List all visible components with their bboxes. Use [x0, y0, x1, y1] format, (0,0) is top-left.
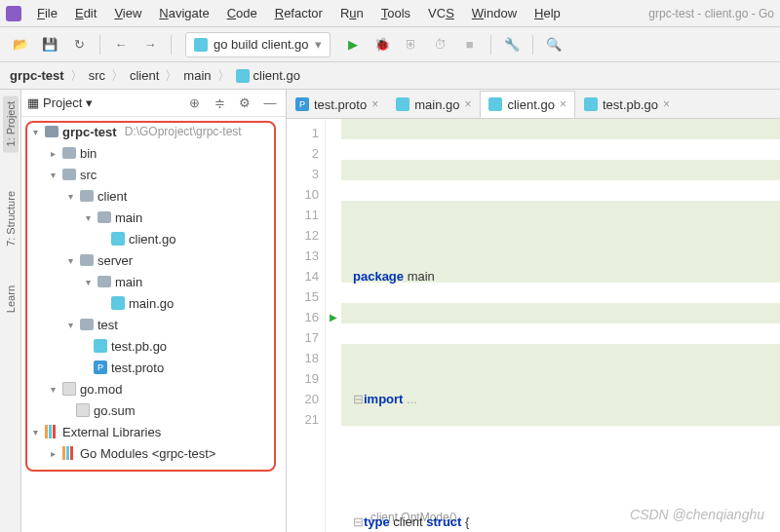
file-icon [76, 403, 90, 417]
tab-main-go[interactable]: main.go × [387, 91, 480, 118]
menu-refactor[interactable]: Refactor [267, 3, 331, 23]
editor: P test.proto × main.go × client.go × tes… [287, 90, 780, 532]
run-gutter: ▶ [326, 119, 341, 532]
tree-src[interactable]: ▾ src [23, 164, 284, 185]
chevron-down-icon[interactable]: ▾ [82, 212, 94, 223]
close-icon[interactable]: × [371, 97, 378, 111]
menu-view[interactable]: View [106, 3, 149, 23]
expand-icon[interactable]: ≑ [210, 94, 229, 113]
chevron-down-icon[interactable]: ▾ [64, 320, 76, 330]
tree-go-modules[interactable]: ▸ Go Modules <grpc-test> [23, 442, 284, 464]
debug-icon[interactable]: 🐞 [370, 32, 395, 57]
tree-bin[interactable]: ▸ bin [23, 142, 284, 164]
folder-icon [80, 190, 94, 202]
back-icon[interactable]: ← [108, 32, 134, 57]
close-icon[interactable]: × [663, 97, 670, 111]
project-view-selector[interactable]: ▦ Project ▾ [27, 95, 178, 110]
chevron-down-icon[interactable]: ▾ [82, 277, 94, 287]
menu-tools[interactable]: Tools [373, 3, 418, 23]
tree-ext-lib[interactable]: ▾ External Libraries [23, 421, 284, 442]
run-icon[interactable]: ▶ [340, 32, 366, 57]
library-icon [62, 446, 76, 460]
run-config-label: go build client.go [214, 37, 309, 52]
go-file-icon [111, 296, 125, 310]
menu-code[interactable]: Code [219, 3, 265, 23]
toolwin-project[interactable]: 1: Project [3, 95, 19, 152]
gear-icon[interactable]: ⚙ [235, 94, 254, 113]
tree-server[interactable]: ▾ server [23, 249, 284, 271]
folder-icon [80, 319, 94, 330]
tree-main-go[interactable]: main.go [23, 292, 284, 314]
menu-help[interactable]: Help [526, 3, 568, 23]
tree-client-main[interactable]: ▾ main [23, 207, 284, 228]
crumb-main[interactable]: main [183, 68, 211, 83]
chevron-right-icon: 〉 [163, 67, 179, 85]
tree-client-go[interactable]: client.go [23, 228, 284, 249]
tree-test-pb[interactable]: test.pb.go [23, 335, 284, 357]
menu-vcs[interactable]: VCS [420, 3, 462, 23]
chevron-down-icon[interactable]: ▾ [29, 127, 41, 137]
close-icon[interactable]: × [560, 97, 566, 111]
tree-gomod[interactable]: ▾ go.mod [23, 378, 284, 399]
chevron-right-icon[interactable]: ▸ [47, 448, 58, 459]
menu-run[interactable]: Run [332, 3, 371, 23]
chevron-down-icon[interactable]: ▾ [47, 384, 58, 395]
coverage-icon[interactable]: ⛨ [399, 32, 424, 57]
chevron-right-icon: 〉 [109, 67, 126, 85]
editor-tabs: P test.proto × main.go × client.go × tes… [287, 90, 780, 119]
tree-gosum[interactable]: go.sum [23, 399, 284, 421]
project-panel: ▦ Project ▾ ⊕ ≑ ⚙ — ▾ grpc-test D:\GOpro… [21, 90, 287, 532]
chevron-down-icon[interactable]: ▾ [47, 170, 58, 180]
proto-file-icon: P [295, 97, 309, 111]
crumb-root[interactable]: grpc-test [10, 68, 64, 83]
save-icon[interactable]: 💾 [37, 32, 62, 57]
file-icon [62, 382, 76, 396]
stop-icon[interactable]: ■ [457, 32, 483, 57]
tab-client-go[interactable]: client.go × [480, 91, 574, 118]
menu-edit[interactable]: Edit [67, 3, 104, 23]
refresh-icon[interactable]: ↻ [66, 32, 92, 57]
go-file-icon [236, 69, 250, 83]
folder-icon [62, 169, 76, 180]
search-icon[interactable]: 🔍 [541, 32, 566, 57]
tool-window-bar: 1: Project 7: Structure Learn [0, 90, 21, 532]
wrench-icon[interactable]: 🔧 [499, 32, 525, 57]
go-file-icon [94, 339, 107, 353]
profile-icon[interactable]: ⏱ [428, 32, 453, 57]
tree-test-proto[interactable]: P test.proto [23, 357, 284, 378]
tree-root[interactable]: ▾ grpc-test D:\GOproject\grpc-test [23, 121, 284, 142]
toolbar: 📂 💾 ↻ ← → go build client.go ▾ ▶ 🐞 ⛨ ⏱ ■… [0, 27, 780, 62]
tab-test-proto[interactable]: P test.proto × [287, 91, 387, 118]
menu-window[interactable]: Window [464, 3, 525, 23]
menu-file[interactable]: File [29, 3, 65, 23]
tab-test-pb-go[interactable]: test.pb.go × [575, 91, 679, 118]
code-area[interactable]: 123 101112 131415 161718 192021 ▶ packag… [287, 119, 780, 532]
crumb-src[interactable]: src [89, 68, 105, 83]
folder-icon [98, 276, 111, 287]
open-icon[interactable]: 📂 [8, 32, 33, 57]
forward-icon[interactable]: → [137, 32, 163, 57]
chevron-down-icon[interactable]: ▾ [64, 255, 76, 266]
crumb-file[interactable]: client.go [236, 68, 300, 83]
run-config-selector[interactable]: go build client.go ▾ [185, 32, 331, 57]
menu-navigate[interactable]: Navigate [151, 3, 216, 23]
tree-test[interactable]: ▾ test [23, 314, 284, 335]
folder-icon [98, 211, 111, 223]
toolwin-learn[interactable]: Learn [5, 285, 17, 313]
run-marker-icon[interactable]: ▶ [326, 307, 341, 327]
close-icon[interactable]: × [464, 97, 471, 111]
folder-icon [62, 147, 76, 159]
chevron-right-icon: 〉 [215, 67, 232, 85]
tree-client[interactable]: ▾ client [23, 185, 284, 207]
code-content[interactable]: package main ⊟import ... ⊟type client st… [341, 119, 780, 532]
chevron-right-icon[interactable]: ▸ [47, 148, 58, 159]
hide-icon[interactable]: — [260, 94, 280, 113]
toolwin-structure[interactable]: 7: Structure [5, 191, 17, 247]
target-icon[interactable]: ⊕ [184, 94, 204, 113]
chevron-down-icon[interactable]: ▾ [64, 191, 76, 202]
project-tree[interactable]: ▾ grpc-test D:\GOproject\grpc-test ▸ bin… [21, 117, 286, 532]
chevron-down-icon[interactable]: ▾ [29, 427, 41, 437]
crumb-client[interactable]: client [130, 68, 159, 83]
breadcrumb: grpc-test 〉 src 〉 client 〉 main 〉 client… [0, 62, 780, 90]
tree-server-main[interactable]: ▾ main [23, 271, 284, 292]
